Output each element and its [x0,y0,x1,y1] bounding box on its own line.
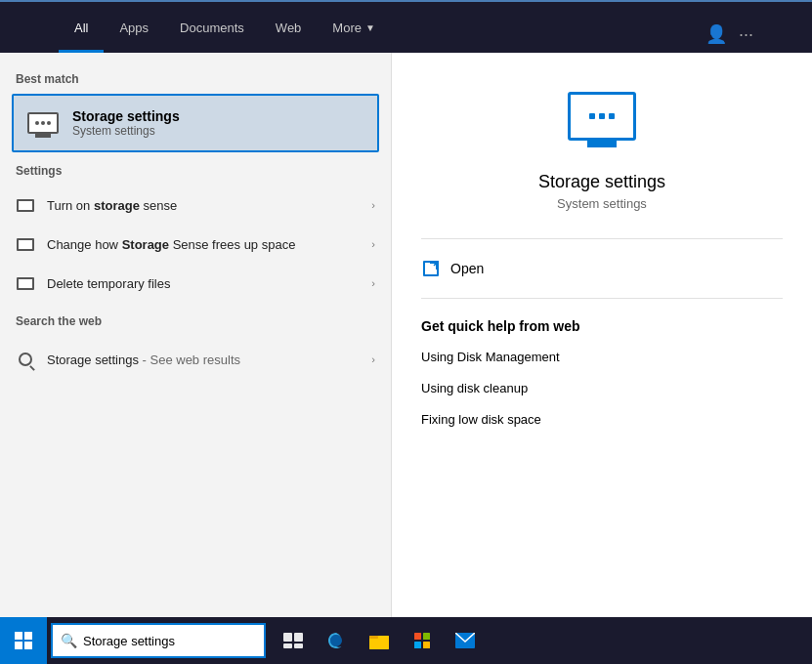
help-link-3[interactable]: Fixing low disk space [421,404,783,436]
file-explorer-icon[interactable] [360,621,399,660]
big-monitor-icon [568,92,636,141]
best-match-item[interactable]: Storage settings System settings [12,94,379,152]
store-svg [412,631,432,650]
svg-rect-7 [423,633,430,640]
windows-logo-icon [15,632,32,649]
settings-item-text-1: Turn on storage sense [47,198,360,213]
nav-item-more[interactable]: More ▼ [317,2,391,53]
right-app-name: Storage settings [538,172,665,192]
arrow-icon-3: › [371,277,375,289]
best-match-subtitle: System settings [72,124,180,138]
storage-icon-3 [16,273,35,293]
right-app-type: System settings [557,196,647,211]
best-match-text: Storage settings System settings [72,108,180,138]
store-icon[interactable] [403,621,442,660]
settings-item-text-2: Change how Storage Sense frees up space [47,237,360,252]
taskbar-search-box[interactable]: 🔍 [51,623,266,658]
nav-item-apps[interactable]: Apps [104,2,164,53]
web-search-label: Search the web [0,307,391,332]
svg-rect-1 [294,633,303,642]
open-icon [421,259,441,278]
watermark: wsxdn.com [750,598,804,609]
web-arrow-icon: › [371,353,375,365]
storage-icon-2 [16,234,35,254]
divider-1 [421,238,783,239]
web-section: Storage settings - See web results › [0,332,391,387]
help-link-1[interactable]: Using Disk Management [421,342,783,373]
open-action[interactable]: Open [421,247,783,290]
web-search-item[interactable]: Storage settings - See web results › [0,340,391,379]
search-panel: All Apps Documents Web More ▼ 👤 ··· Best… [0,2,812,617]
nav-right-icons: 👤 ··· [705,23,753,53]
settings-item-1[interactable]: Turn on storage sense › [0,186,391,225]
more-options-icon[interactable]: ··· [739,24,753,45]
storage-settings-icon [25,105,61,141]
task-view-svg [283,633,303,648]
mail-svg [455,633,475,648]
best-match-title: Storage settings [72,108,180,124]
right-app-icon [568,92,636,141]
svg-rect-2 [283,643,292,648]
search-content: Best match Storage settings System setti… [0,53,812,617]
right-panel: Storage settings System settings Open Ge… [391,53,812,617]
settings-item-text-3: Delete temporary files [47,276,360,291]
person-icon[interactable]: 👤 [705,23,727,45]
open-arrow-icon [429,261,439,270]
arrow-icon-1: › [371,199,375,211]
edge-svg [326,631,346,650]
start-button[interactable] [0,617,47,664]
taskbar-icons [274,621,485,660]
taskbar-search-input[interactable] [83,634,256,648]
svg-rect-0 [283,633,292,642]
chevron-down-icon: ▼ [365,22,375,33]
settings-list: Turn on storage sense › Change how Stora… [0,182,391,307]
left-panel: Best match Storage settings System setti… [0,53,391,617]
svg-rect-8 [414,642,421,648]
help-link-2[interactable]: Using disk cleanup [421,373,783,404]
task-view-icon[interactable] [274,621,313,660]
nav-item-all[interactable]: All [59,2,104,53]
svg-rect-3 [294,643,303,648]
settings-item-2[interactable]: Change how Storage Sense frees up space … [0,225,391,264]
search-nav: All Apps Documents Web More ▼ 👤 ··· [0,2,812,53]
open-box-icon [423,261,439,276]
best-match-label: Best match [0,64,391,90]
settings-label: Settings [0,156,391,182]
storage-icon-1 [16,195,35,215]
taskbar: 🔍 [0,617,812,664]
monitor-dots [589,113,615,119]
taskbar-search-icon: 🔍 [61,633,77,648]
open-label: Open [450,261,484,276]
nav-item-documents[interactable]: Documents [164,2,260,53]
mail-icon[interactable] [446,621,485,660]
svg-rect-5 [369,636,378,639]
nav-item-web[interactable]: Web [260,2,318,53]
web-item-text: Storage settings - See web results [47,353,360,367]
svg-rect-6 [414,633,421,640]
svg-rect-9 [423,642,430,648]
edge-icon[interactable] [317,621,356,660]
web-item-title: Storage settings [47,353,139,367]
quick-help-title: Get quick help from web [421,318,783,334]
settings-item-3[interactable]: Delete temporary files › [0,264,391,303]
arrow-icon-2: › [371,238,375,250]
file-explorer-svg [369,632,389,649]
search-loop-icon [16,350,35,369]
web-item-see-web: - See web results [139,353,240,367]
divider-2 [421,298,783,299]
